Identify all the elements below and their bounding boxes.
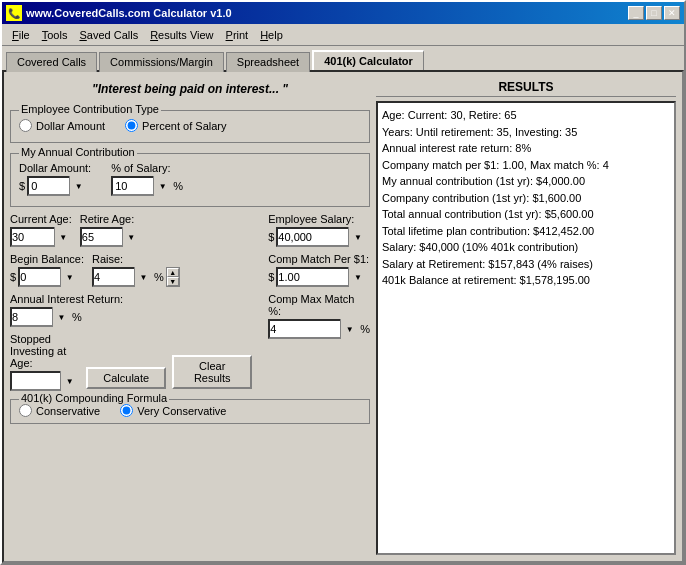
tab-401k-calculator[interactable]: 401(k) Calculator <box>312 50 424 70</box>
results-line: Salary at Retirement: $157,843 (4% raise… <box>382 256 670 273</box>
radio-dollar-amount-input[interactable] <box>19 119 32 132</box>
radio-conservative-label: Conservative <box>36 405 100 417</box>
menu-tools[interactable]: Tools <box>36 27 74 43</box>
stopped-select-wrapper: ▼ <box>10 371 78 391</box>
raise-suffix: % <box>154 271 164 283</box>
employee-contribution-group: Employee Contribution Type Dollar Amount… <box>10 110 370 143</box>
tab-covered-calls[interactable]: Covered Calls <box>6 52 97 72</box>
results-container: Age: Current: 30, Retire: 65Years: Until… <box>376 101 676 555</box>
balance-raise-row: Begin Balance: $ 0 ▼ <box>10 253 252 287</box>
menu-results-view[interactable]: Results View <box>144 27 219 43</box>
minimize-button[interactable]: _ <box>628 6 644 20</box>
compounding-group: 401(k) Compounding Formula Conservative … <box>10 399 370 424</box>
retire-age-wrapper: 65 ▼ <box>80 227 140 247</box>
middle-section: Current Age: 30 ▼ Retire Age: <box>10 213 370 391</box>
right-fields: Employee Salary: $ 40,000 ▼ <box>268 213 370 391</box>
stopped-field: Stopped Investing at Age: ▼ <box>10 333 78 391</box>
interest-label: Annual Interest Return: <box>10 293 123 305</box>
comp-match-prefix: $ <box>268 271 274 283</box>
dollar-amount-input[interactable] <box>27 176 87 196</box>
tab-commissions-margin[interactable]: Commissions/Margin <box>99 52 224 72</box>
maximize-button[interactable]: □ <box>646 6 662 20</box>
menu-print[interactable]: Print <box>220 27 255 43</box>
begin-balance-field: Begin Balance: $ 0 ▼ <box>10 253 84 287</box>
radio-percent-salary-label: Percent of Salary <box>142 120 226 132</box>
comp-max-suffix: % <box>360 323 370 335</box>
radio-very-conservative-label: Very Conservative <box>137 405 226 417</box>
raise-down-arrow[interactable]: ▼ <box>167 277 179 286</box>
raise-up-arrow[interactable]: ▲ <box>167 268 179 277</box>
results-line: My annual contribution (1st yr): $4,000.… <box>382 173 670 190</box>
menu-saved-calls[interactable]: Saved Calls <box>73 27 144 43</box>
results-line: Company match per $1: 1.00, Max match %:… <box>382 157 670 174</box>
salary-prefix: $ <box>268 231 274 243</box>
radio-very-conservative-input[interactable] <box>120 404 133 417</box>
results-line: Company contribution (1st yr): $1,600.00 <box>382 190 670 207</box>
current-age-select[interactable]: 30 <box>10 227 70 247</box>
action-buttons: Calculate Clear Results <box>86 355 252 391</box>
percent-salary-field: % of Salary: ▼ % <box>111 162 183 196</box>
radio-percent-salary-input[interactable] <box>125 119 138 132</box>
stopped-label: Stopped Investing at Age: <box>10 333 78 369</box>
raise-select[interactable]: 4 <box>92 267 152 287</box>
interest-row: Annual Interest Return: 8 ▼ % <box>10 293 252 327</box>
current-age-field: Current Age: 30 ▼ <box>10 213 72 247</box>
radio-dollar-amount[interactable]: Dollar Amount <box>19 119 105 132</box>
salary-wrapper: $ 40,000 ▼ <box>268 227 370 247</box>
current-age-label: Current Age: <box>10 213 72 225</box>
interest-field: Annual Interest Return: 8 ▼ % <box>10 293 123 327</box>
radio-very-conservative[interactable]: Very Conservative <box>120 404 226 417</box>
radio-dollar-amount-label: Dollar Amount <box>36 120 105 132</box>
compounding-label: 401(k) Compounding Formula <box>19 392 169 404</box>
raise-label: Raise: <box>92 253 180 265</box>
begin-balance-wrapper: $ 0 ▼ <box>10 267 84 287</box>
retire-age-select[interactable]: 65 <box>80 227 140 247</box>
tab-spreadsheet[interactable]: Spreadsheet <box>226 52 310 72</box>
comp-max-select[interactable]: 4 <box>268 319 358 339</box>
retire-age-field: Retire Age: 65 ▼ <box>80 213 140 247</box>
comp-max-field: Comp Max Match %: 4 ▼ % <box>268 293 370 339</box>
salary-select[interactable]: 40,000 <box>276 227 366 247</box>
retire-age-label: Retire Age: <box>80 213 140 225</box>
raise-field: Raise: 4 ▼ % ▲ <box>92 253 180 287</box>
interest-select-wrapper: 8 ▼ <box>10 307 70 327</box>
radio-percent-salary[interactable]: Percent of Salary <box>125 119 226 132</box>
menu-help[interactable]: Help <box>254 27 289 43</box>
comp-max-wrapper: 4 ▼ % <box>268 319 370 339</box>
dollar-input-wrapper: $ ▼ <box>19 176 91 196</box>
comp-match-select[interactable]: 1.00 <box>276 267 366 287</box>
age-row: Current Age: 30 ▼ Retire Age: <box>10 213 252 247</box>
contribution-fields: Dollar Amount: $ ▼ % of Salary: <box>19 158 361 200</box>
menu-file[interactable]: File <box>6 27 36 43</box>
results-line: Age: Current: 30, Retire: 65 <box>382 107 670 124</box>
calculate-button[interactable]: Calculate <box>86 367 166 389</box>
raise-spinner[interactable]: ▲ ▼ <box>166 267 180 287</box>
interest-select[interactable]: 8 <box>10 307 70 327</box>
results-line: Years: Until retirement: 35, Investing: … <box>382 124 670 141</box>
stopped-select[interactable] <box>10 371 75 391</box>
results-line: Annual interest rate return: 8% <box>382 140 670 157</box>
results-line: Total lifetime plan contribution: $412,4… <box>382 223 670 240</box>
title-bar-buttons: _ □ ✕ <box>628 6 680 20</box>
my-contribution-group: My Annual Contribution Dollar Amount: $ … <box>10 153 370 207</box>
tabs-bar: Covered Calls Commissions/Margin Spreads… <box>2 46 684 70</box>
radio-conservative[interactable]: Conservative <box>19 404 100 417</box>
results-title: RESULTS <box>376 78 676 97</box>
stopped-row: Stopped Investing at Age: ▼ Calculate Cl… <box>10 333 252 391</box>
dollar-select-wrapper: ▼ <box>27 176 87 196</box>
title-bar: 📞 www.CoveredCalls.com Calculator v1.0 _… <box>2 2 684 24</box>
dollar-amount-field: Dollar Amount: $ ▼ <box>19 162 91 196</box>
dollar-amount-label: Dollar Amount: <box>19 162 91 174</box>
percent-input[interactable] <box>111 176 171 196</box>
comp-match-wrapper: $ 1.00 ▼ <box>268 267 370 287</box>
dollar-prefix: $ <box>19 180 25 192</box>
contribution-type-radio-group: Dollar Amount Percent of Salary <box>19 115 361 136</box>
clear-results-button[interactable]: Clear Results <box>172 355 252 389</box>
raise-select-wrapper: 4 ▼ <box>92 267 152 287</box>
close-button[interactable]: ✕ <box>664 6 680 20</box>
compounding-radio-group: Conservative Very Conservative <box>19 404 361 417</box>
main-window: 📞 www.CoveredCalls.com Calculator v1.0 _… <box>0 0 686 565</box>
begin-balance-select[interactable]: 0 <box>18 267 78 287</box>
radio-conservative-input[interactable] <box>19 404 32 417</box>
employee-salary-label: Employee Salary: <box>268 213 370 225</box>
